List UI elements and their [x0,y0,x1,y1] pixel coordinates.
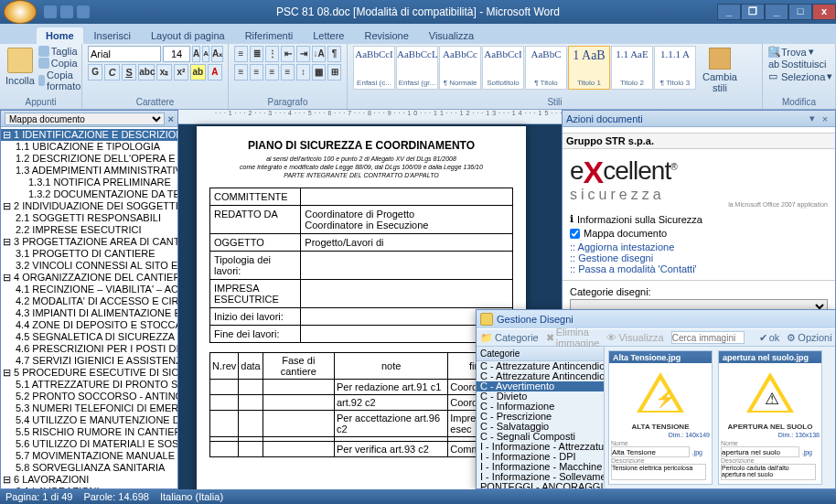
document-map-tree[interactable]: ⊟ 1 IDENTIFICAZIONE E DESCRIZIONE DEL1.1… [1,127,177,488]
nav-item[interactable]: 4.3 IMPIANTI DI ALIMENTAZIONE E RE [1,307,177,319]
thumb-desc-input[interactable]: Tensione elettrica pericolosa [611,464,706,480]
style-box[interactable]: AaBbC¶ Titolo [525,46,567,90]
nav-item[interactable]: ⊟ 4 ORGANIZZAZIONE DEL CANTIERE [1,272,177,284]
category-item[interactable]: C - Divieto [477,391,604,402]
align-left-button[interactable]: ≡ [234,64,248,80]
find-button[interactable]: 🔍Trova ▾ [768,46,814,58]
nav-item[interactable]: 5.3 NUMERI TELEFONICI DI EMERGEN [1,402,177,414]
nav-item[interactable]: 4.6 PRESCRIZIONI PER I POSTI DI L [1,343,177,355]
link-aggiorna[interactable]: Aggiorna intestazione [570,241,828,252]
style-box[interactable]: AaBbCcISottotitolo [482,46,524,90]
tab-review[interactable]: Revisione [355,27,417,44]
clear-format-button[interactable]: Aₓ [211,46,223,62]
nav-item[interactable]: 4.1 RECINZIONE – VIABILITA' – ACCES [1,284,177,295]
outdent-button[interactable]: ⇤ [281,46,295,62]
nav-item[interactable]: 5.1 ATTREZZATURE DI PRONTO SOCC [1,379,177,391]
thumb-name-input[interactable] [611,446,690,457]
tab-insert[interactable]: Inserisci [85,27,140,44]
numbering-button[interactable]: ≣ [250,46,263,62]
superscript-button[interactable]: x² [174,64,188,80]
align-center-button[interactable]: ≡ [250,64,263,80]
grow-font-button[interactable]: A [192,46,200,62]
nav-item[interactable]: 5.6 UTILIZZO DI MATERIALI E SOSTA [1,438,177,450]
status-language[interactable]: Italiano (Italia) [160,491,223,502]
select-button[interactable]: ▭Seleziona ▾ [768,70,832,82]
dialog-titlebar[interactable]: Gestione Disegni [477,310,835,328]
qat-save-icon[interactable] [44,5,57,18]
category-item[interactable]: C - Informazione [477,402,604,412]
status-page[interactable]: Pagina: 1 di 49 [5,491,72,502]
nav-item[interactable]: 1.3.2 DOCUMENTAZIONE DA TENER [1,188,177,200]
nav-item[interactable]: 2.1 SOGGETTI RESPONSABILI [1,212,177,224]
bullets-button[interactable]: ≡ [234,46,248,62]
tb-categorie[interactable]: 📁 Categorie [480,332,539,344]
category-item[interactable]: C - Attrezzature Antincendio Fotolumine.… [477,371,604,381]
thumbnail-card[interactable]: Alta Tensione.jpg⚡ALTA TENSIONEDim.: 140… [608,350,713,485]
category-item[interactable]: PONTEGGI - ANCORAGGI [477,482,604,488]
underline-button[interactable]: S [122,64,136,80]
thumb-name-input[interactable] [721,446,799,457]
tab-references[interactable]: Riferimenti [236,27,303,44]
thumbnail-card[interactable]: apertura nel suolo.jpg⚠APERTURA NEL SUOL… [718,350,822,485]
nav-item[interactable]: 1.3 ADEMPIMENTI AMMINISTRATIVI [1,165,177,177]
paste-button[interactable]: Incolla [5,46,35,86]
align-right-button[interactable]: ≡ [265,64,279,80]
nav-item[interactable]: 4.2 MODALITA' DI ACCESSO E CIRCOL [1,295,177,307]
style-box[interactable]: 1.1 AaETitolo 2 [611,46,653,90]
font-name-input[interactable] [88,46,161,62]
category-item[interactable]: C - Salvataggio [477,422,604,432]
category-item[interactable]: C - Segnali Composti [477,432,604,442]
actions-pane-dropdown[interactable]: ▾ [806,113,819,124]
qat-redo-icon[interactable] [77,5,90,18]
nav-item[interactable]: 3.1 PROGETTO DI CANTIERE [1,248,177,260]
indent-button[interactable]: ⇥ [296,46,310,62]
nav-item[interactable]: 5.4 UTILIZZO E MANUTENZIONE DI MA [1,414,177,426]
subscript-button[interactable]: x₂ [156,64,171,80]
nav-item[interactable]: 5.2 PRONTO SOCCORSO - ANTINCEND [1,391,177,402]
justify-button[interactable]: ≡ [281,64,295,80]
nav-item[interactable]: 1.3.1 NOTIFICA PRELIMINARE [1,177,177,188]
nav-item[interactable]: ⊟ 3 PROGETTAZIONE AREA DI CANTIERE [1,236,177,248]
nav-item[interactable]: 4.4 ZONE DI DEPOSITO E STOCCAGGI [1,319,177,331]
line-spacing-button[interactable]: ↕ [296,64,310,80]
style-box[interactable]: 1 AaBTitolo 1 [568,46,610,90]
font-size-input[interactable] [163,46,190,62]
nav-item[interactable]: 4.5 SEGNALETICA DI SICUREZZA [1,331,177,343]
tb-opzioni[interactable]: ⚙ Opzioni [787,332,831,344]
search-input[interactable] [671,331,745,344]
italic-button[interactable]: C [104,64,119,80]
multilevel-button[interactable]: ⋮ [265,46,279,62]
nav-item[interactable]: 6.1 LAVORAZIONI [1,486,177,488]
nav-item[interactable]: ⊟ 6 LAVORAZIONI [1,474,177,486]
office-button[interactable] [4,0,37,24]
style-box[interactable]: AaBbCcIEnfasi (c... [353,46,395,90]
mappa-checkbox[interactable]: Mappa documento [570,228,828,239]
strike-button[interactable]: abc [138,64,155,80]
status-words[interactable]: Parole: 14.698 [83,491,149,502]
category-item[interactable]: C - Prescrizione [477,412,604,422]
navpane-close-button[interactable]: × [168,113,174,124]
nav-item[interactable]: 2.2 IMPRESE ESECUTRICI [1,224,177,236]
categories-list[interactable]: C - Attrezzature AntincendioC - Attrezza… [477,361,604,488]
tab-mailings[interactable]: Lettere [304,27,353,44]
category-item[interactable]: I - Informazione - Macchine di cantiere [477,462,604,472]
qat-undo-icon[interactable] [60,5,73,18]
minimize-button-2[interactable]: _ [765,4,788,20]
link-gestione[interactable]: Gestione disegni [570,252,828,263]
info-item[interactable]: ℹInformazioni sulla Sicurezza [570,213,828,225]
category-item[interactable]: I - Informazione - DPI [477,452,604,462]
category-item[interactable]: I - Informazione - Sollevamento dei mat.… [477,472,604,482]
format-painter-button[interactable]: Copia formato [38,70,85,91]
category-item[interactable]: C - Attrezzature Antincendio [477,361,604,371]
tab-layout[interactable]: Layout di pagina [142,27,234,44]
show-marks-button[interactable]: ¶ [327,46,341,62]
link-contatti[interactable]: Passa a modalità 'Contatti' [570,263,828,274]
tb-ok[interactable]: ✔ ok [759,332,780,344]
nav-item[interactable]: ⊟ 1 IDENTIFICAZIONE E DESCRIZIONE DEL [1,129,177,141]
shading-button[interactable]: ▦ [312,64,326,80]
sort-button[interactable]: ↓A [312,46,326,62]
nav-item[interactable]: 5.5 RISCHIO RUMORE IN CANTIERE [1,426,177,438]
actions-pane-close[interactable]: × [819,113,831,124]
style-box[interactable]: AaBbCc¶ Normale [439,46,481,90]
borders-button[interactable]: ⊞ [327,64,341,80]
